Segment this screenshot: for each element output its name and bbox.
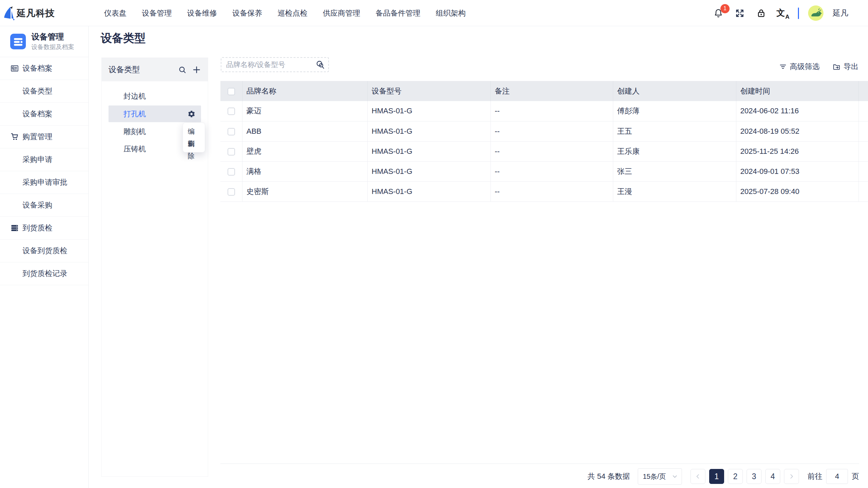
- cell-created-at: 2024-09-01 07:53: [736, 161, 858, 181]
- sidebar-menu: 设备档案 设备类型 设备档案 购置管理 采购申请 采购申请审批 设备采购: [0, 57, 88, 285]
- goto-page-input[interactable]: [826, 469, 848, 484]
- cell-brand: 豪迈: [242, 101, 367, 121]
- language-translate-icon[interactable]: 文 A: [777, 7, 789, 19]
- export-button[interactable]: 导出: [833, 62, 858, 72]
- column-header-brand: 品牌名称: [242, 81, 367, 101]
- cell-creator: 王五: [613, 121, 736, 141]
- sidebar-item-equipment-archive[interactable]: 设备档案: [0, 103, 88, 126]
- next-page-button[interactable]: [784, 469, 799, 484]
- sidebar-section-purchase-management[interactable]: 购置管理: [0, 126, 88, 148]
- sidebar-section-arrival-inspection[interactable]: 到货质检: [0, 217, 88, 240]
- cell-created-at: 2025-11-25 14:26: [736, 141, 858, 161]
- table-row: ABB HMAS-01-G -- 王五 2024-08-19 05:52: [220, 121, 868, 141]
- column-header-note: 备注: [490, 81, 613, 101]
- nav-equipment-maintenance[interactable]: 设备保养: [232, 8, 262, 18]
- add-type-icon[interactable]: [192, 65, 201, 74]
- cell-created-at: 2025-07-28 09:40: [736, 181, 858, 201]
- nav-spare-parts[interactable]: 备品备件管理: [375, 8, 420, 18]
- cell-brand: ABB: [242, 121, 367, 141]
- sidebar-item-purchase-approval[interactable]: 采购申请审批: [0, 171, 88, 194]
- sidebar-item-equipment-purchase[interactable]: 设备采购: [0, 194, 88, 217]
- cell-created-at: 2024-06-02 11:16: [736, 101, 858, 121]
- select-all-checkbox[interactable]: [228, 88, 235, 95]
- cell-note: --: [490, 101, 613, 121]
- cell-model: HMAS-01-G: [367, 121, 490, 141]
- context-menu-edit[interactable]: 编辑: [183, 125, 205, 137]
- table-row: 豪迈 HMAS-01-G -- 傅彭薄 2024-06-02 11:16: [220, 101, 868, 121]
- cell-brand: 壁虎: [242, 141, 367, 161]
- type-item-drilling-machine[interactable]: 打孔机: [108, 105, 201, 122]
- sidebar-item-arrival-inspection[interactable]: 设备到货质检: [0, 240, 88, 262]
- nav-organization[interactable]: 组织架构: [436, 8, 466, 18]
- cell-creator: 傅彭薄: [613, 101, 736, 121]
- cell-brand: 满格: [242, 161, 367, 181]
- cell-created-at: 2024-08-19 05:52: [736, 121, 858, 141]
- table-row: 满格 HMAS-01-G -- 张三 2024-09-01 07:53: [220, 161, 868, 181]
- cell-creator: 王乐康: [613, 141, 736, 161]
- table-row: 史密斯 HMAS-01-G -- 王漫 2025-07-28 09:40: [220, 181, 868, 201]
- cell-model: HMAS-01-G: [367, 141, 490, 161]
- type-item-edge-bander[interactable]: 封边机: [102, 87, 208, 105]
- page-title: 设备类型: [101, 31, 146, 46]
- page-size-select[interactable]: 15条/页: [638, 468, 682, 485]
- cell-brand: 史密斯: [242, 181, 367, 201]
- table-header-row: 品牌名称 设备型号 备注 创建人 创建时间: [220, 81, 868, 101]
- table-row: 壁虎 HMAS-01-G -- 王乐康 2025-11-25 14:26: [220, 141, 868, 161]
- notification-bell-icon[interactable]: 1: [712, 7, 724, 19]
- cell-model: HMAS-01-G: [367, 181, 490, 201]
- fullscreen-icon[interactable]: [734, 7, 746, 19]
- filter-icon: [779, 63, 787, 70]
- cell-model: HMAS-01-G: [367, 101, 490, 121]
- cell-creator: 王漫: [613, 181, 736, 201]
- sidebar-section-equipment-archive[interactable]: 设备档案: [0, 57, 88, 80]
- nav-equipment-repair[interactable]: 设备维修: [187, 8, 217, 18]
- column-header-created-at: 创建时间: [736, 81, 858, 101]
- nav-equipment-management[interactable]: 设备管理: [142, 8, 172, 18]
- cart-icon: [10, 132, 19, 141]
- sidebar-item-inspection-records[interactable]: 到货质检记录: [0, 262, 88, 285]
- pagination: 共 54 条数据 15条/页 1 2 3 4 前往 页: [587, 468, 859, 485]
- row-checkbox[interactable]: [228, 188, 235, 196]
- sidebar-item-purchase-request[interactable]: 采购申请: [0, 148, 88, 171]
- row-checkbox[interactable]: [228, 168, 235, 176]
- brand-name: 延凡科技: [17, 7, 55, 19]
- nav-supplier-management[interactable]: 供应商管理: [323, 8, 360, 18]
- brand-logo: 延凡科技: [3, 0, 55, 26]
- sidebar-module-header: 设备管理 设备数据及档案: [0, 26, 88, 57]
- page-button-4[interactable]: 4: [765, 469, 780, 484]
- lock-icon[interactable]: [755, 7, 767, 19]
- module-tile-icon: [10, 34, 26, 49]
- table-bottom-divider: [220, 463, 859, 464]
- context-menu-delete[interactable]: 删除: [183, 137, 205, 150]
- chevron-down-icon: [671, 473, 678, 480]
- sidebar-item-equipment-type[interactable]: 设备类型: [0, 80, 88, 103]
- nav-dashboard[interactable]: 仪表盘: [104, 8, 127, 18]
- notification-count-badge: 1: [720, 4, 730, 13]
- prev-page-button[interactable]: [690, 469, 705, 484]
- search-icon[interactable]: [178, 65, 187, 74]
- username[interactable]: 延凡: [833, 8, 848, 18]
- nav-inspection[interactable]: 巡检点检: [278, 8, 307, 18]
- page-button-1[interactable]: 1: [709, 469, 724, 484]
- type-panel-title: 设备类型: [108, 64, 172, 75]
- page-button-3[interactable]: 3: [747, 469, 762, 484]
- row-checkbox[interactable]: [228, 128, 235, 135]
- row-checkbox[interactable]: [228, 108, 235, 115]
- search-input[interactable]: [226, 61, 315, 69]
- total-count-text: 共 54 条数据: [587, 471, 630, 482]
- cell-note: --: [490, 141, 613, 161]
- zoom-search-icon[interactable]: [315, 60, 325, 69]
- sidebar: 设备管理 设备数据及档案 设备档案 设备类型 设备档案: [0, 26, 89, 488]
- cell-note: --: [490, 181, 613, 201]
- gear-icon[interactable]: [187, 110, 196, 118]
- equipment-type-panel: 设备类型 封边机 打孔机 雕刻机 压铸机: [101, 58, 208, 477]
- avatar[interactable]: [808, 5, 823, 21]
- advanced-filter-button[interactable]: 高级筛选: [779, 62, 820, 72]
- row-checkbox[interactable]: [228, 148, 235, 156]
- cell-creator: 张三: [613, 161, 736, 181]
- type-context-menu: 编辑 删除: [183, 123, 205, 152]
- page-button-2[interactable]: 2: [728, 469, 743, 484]
- goto-page-label: 前往: [807, 471, 822, 482]
- table-actions: 高级筛选 导出: [779, 62, 858, 72]
- server-icon: [10, 224, 19, 232]
